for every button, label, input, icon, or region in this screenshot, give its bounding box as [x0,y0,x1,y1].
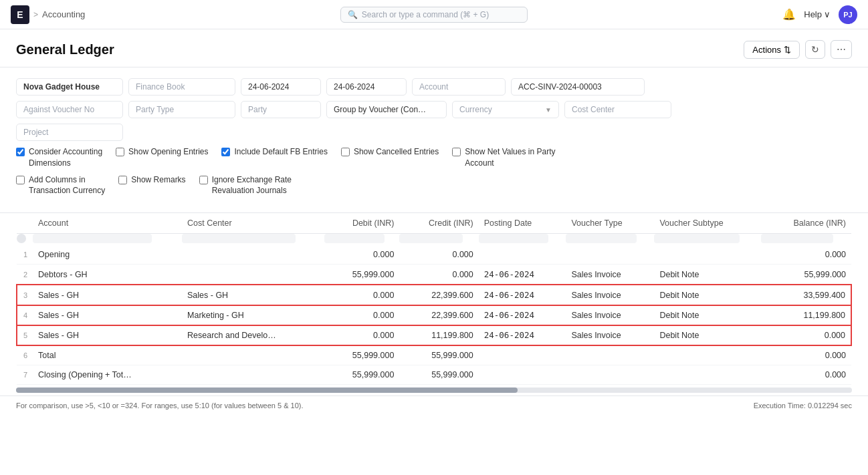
checkboxes-row-2: Add Columns inTransaction Currency Show … [16,174,852,197]
group-by-field[interactable]: Group by Voucher (Con… [326,101,447,118]
breadcrumb-separator: > [33,10,38,19]
execution-time: Execution Time: 0.012294 sec [754,402,852,410]
breadcrumb: E > Accounting [11,5,85,24]
table-row[interactable]: 2Debtors - GH55,999.0000.00024-06-2024Sa… [17,265,851,285]
account-value-field[interactable]: ACC-SINV-2024-00003 [511,78,645,96]
loading-row [17,234,851,246]
more-options-button[interactable]: ⋯ [831,40,852,59]
col-cost-center: Cost Center [182,213,324,234]
table-row[interactable]: 4Sales - GHMarketing - GH0.00022,399.600… [17,305,851,325]
add-columns-checkbox[interactable]: Add Columns inTransaction Currency [16,174,105,197]
avatar[interactable]: PJ [839,5,857,24]
col-posting-date: Posting Date [479,213,566,234]
col-balance: Balance (INR) [761,213,851,234]
currency-label: Currency [459,105,492,114]
currency-select-arrow: ▼ [545,106,552,114]
search-icon: 🔍 [348,10,358,19]
show-net-values-checkbox[interactable]: Show Net Values in PartyAccount [452,146,555,169]
finance-book-field[interactable]: Finance Book [128,78,235,96]
page-title: General Ledger [16,42,114,57]
notification-icon[interactable]: 🔔 [782,8,796,21]
col-account: Account [33,213,182,234]
party-field[interactable]: Party [241,101,321,118]
table-row[interactable]: 6Total55,999.00055,999.0000.000 [17,345,851,365]
filters-section: Nova Gadget House Finance Book 24-06-202… [0,67,868,213]
table-header-row: Account Cost Center Debit (INR) Credit (… [17,213,851,234]
filter-row-1: Nova Gadget House Finance Book 24-06-202… [16,78,852,96]
table-row[interactable]: 1Opening0.0000.0000.000 [17,245,851,265]
to-date-field[interactable]: 24-06-2024 [326,78,407,96]
general-ledger-table: Account Cost Center Debit (INR) Credit (… [16,213,852,385]
col-voucher-subtype: Voucher Subtype [654,213,760,234]
search-placeholder: Search or type a command (⌘ + G) [362,10,489,19]
table-container: Account Cost Center Debit (INR) Credit (… [0,213,868,385]
against-voucher-field[interactable]: Against Voucher No [16,101,123,118]
show-cancelled-checkbox[interactable]: Show Cancelled Entries [341,146,439,158]
table-row[interactable]: 7Closing (Opening + Tot…55,999.00055,999… [17,365,851,385]
col-debit: Debit (INR) [324,213,399,234]
from-date-field[interactable]: 24-06-2024 [241,78,321,96]
show-opening-checkbox[interactable]: Show Opening Entries [116,146,208,158]
table-row[interactable]: 3Sales - GHSales - GH0.00022,399.60024-0… [17,285,851,305]
filter-row-3: Project [16,124,852,141]
party-type-field[interactable]: Party Type [128,101,235,118]
actions-label: Actions [752,45,781,55]
show-remarks-checkbox[interactable]: Show Remarks [118,174,185,186]
search-bar[interactable]: 🔍 Search or type a command (⌘ + G) [340,7,528,23]
horizontal-scrollbar[interactable] [16,387,852,393]
col-credit: Credit (INR) [399,213,478,234]
breadcrumb-accounting[interactable]: Accounting [42,9,85,19]
app-icon: E [11,5,29,24]
nav-right: 🔔 Help ∨ PJ [782,5,857,24]
filter-row-2: Against Voucher No Party Type Party Grou… [16,101,852,118]
col-num [17,213,33,234]
consider-accounting-checkbox[interactable]: Consider AccountingDimensions [16,146,102,169]
footer: For comparison, use >5, <10 or =324. For… [0,395,868,415]
refresh-button[interactable]: ↻ [805,40,825,59]
help-button[interactable]: Help ∨ [804,9,831,19]
col-voucher-type: Voucher Type [566,213,654,234]
footer-hint: For comparison, use >5, <10 or =324. For… [16,402,304,410]
checkboxes-row-1: Consider AccountingDimensions Show Openi… [16,146,852,169]
ignore-exchange-checkbox[interactable]: Ignore Exchange RateRevaluation Journals [199,174,292,197]
actions-arrow-icon: ⇅ [784,45,791,55]
include-default-fb-checkbox[interactable]: Include Default FB Entries [221,146,327,158]
account-label-field[interactable]: Account [412,78,506,96]
cost-center-field[interactable]: Cost Center [564,101,671,118]
header-actions: Actions ⇅ ↻ ⋯ [744,40,852,59]
company-field[interactable]: Nova Gadget House [16,78,123,96]
table-row[interactable]: 5Sales - GHResearch and Develo…0.00011,1… [17,325,851,346]
actions-button[interactable]: Actions ⇅ [744,41,800,59]
project-field[interactable]: Project [16,124,123,141]
currency-field[interactable]: Currency ▼ [452,101,559,118]
